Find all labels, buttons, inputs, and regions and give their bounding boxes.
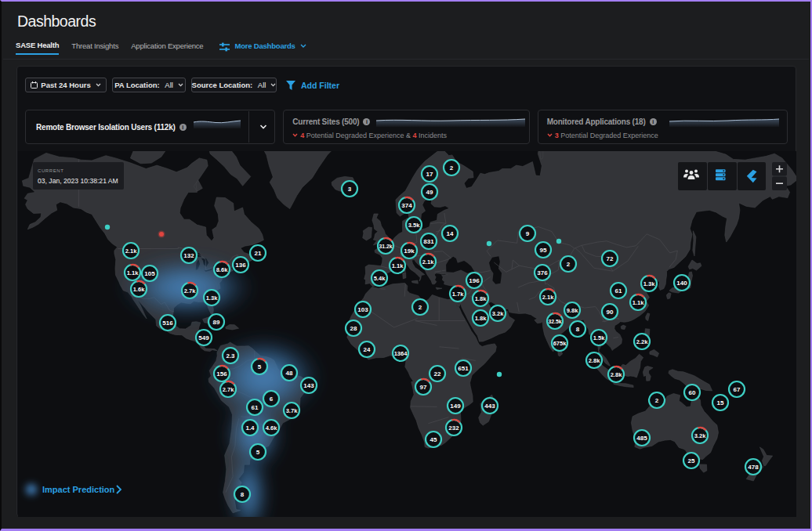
svg-text:1.1k: 1.1k bbox=[392, 262, 404, 269]
svg-text:1.8k: 1.8k bbox=[475, 295, 487, 302]
svg-text:90: 90 bbox=[607, 309, 614, 316]
svg-text:2.7k: 2.7k bbox=[223, 386, 234, 393]
svg-text:6: 6 bbox=[270, 396, 274, 403]
svg-text:2.8k: 2.8k bbox=[611, 371, 622, 378]
svg-text:28: 28 bbox=[350, 325, 357, 332]
svg-text:1.1k: 1.1k bbox=[633, 299, 644, 306]
svg-text:89: 89 bbox=[213, 319, 220, 326]
svg-text:2.2k: 2.2k bbox=[636, 338, 648, 345]
svg-text:19k: 19k bbox=[404, 247, 415, 255]
svg-text:3.2k: 3.2k bbox=[694, 432, 706, 439]
svg-text:CURRENT: CURRENT bbox=[38, 168, 64, 173]
svg-text:9.8k: 9.8k bbox=[567, 307, 578, 314]
svg-text:2: 2 bbox=[567, 261, 571, 268]
svg-text:67: 67 bbox=[734, 386, 741, 393]
svg-text:374: 374 bbox=[401, 202, 412, 209]
svg-text:45: 45 bbox=[430, 436, 437, 443]
svg-text:48: 48 bbox=[286, 370, 293, 377]
svg-text:9: 9 bbox=[526, 230, 530, 237]
svg-text:3.2k: 3.2k bbox=[492, 310, 504, 317]
svg-text:8: 8 bbox=[576, 326, 580, 333]
svg-text:31.2k: 31.2k bbox=[379, 244, 392, 249]
svg-text:105: 105 bbox=[144, 270, 155, 277]
svg-text:1.6k: 1.6k bbox=[133, 286, 145, 293]
svg-text:25: 25 bbox=[688, 457, 695, 464]
svg-text:24: 24 bbox=[364, 346, 371, 353]
svg-text:3: 3 bbox=[348, 186, 352, 193]
svg-text:32.5k: 32.5k bbox=[548, 319, 561, 324]
svg-text:8.6k: 8.6k bbox=[216, 266, 228, 273]
svg-text:03, Jan, 2023 10:38:21 AM: 03, Jan, 2023 10:38:21 AM bbox=[38, 177, 118, 185]
svg-text:149: 149 bbox=[450, 403, 461, 410]
svg-text:478: 478 bbox=[748, 464, 759, 471]
svg-text:196: 196 bbox=[469, 277, 480, 284]
svg-text:2.1k: 2.1k bbox=[422, 258, 434, 266]
svg-text:2: 2 bbox=[419, 304, 422, 311]
svg-text:156: 156 bbox=[216, 370, 227, 377]
svg-text:61: 61 bbox=[615, 287, 622, 294]
svg-text:1.8k: 1.8k bbox=[475, 315, 487, 322]
svg-text:1.1k: 1.1k bbox=[127, 269, 139, 276]
svg-text:516: 516 bbox=[162, 320, 173, 327]
svg-text:Impact Prediction: Impact Prediction bbox=[42, 485, 115, 494]
svg-text:549: 549 bbox=[198, 334, 209, 341]
svg-text:17: 17 bbox=[426, 171, 433, 178]
svg-text:136: 136 bbox=[235, 262, 246, 269]
svg-text:60: 60 bbox=[689, 389, 696, 396]
svg-text:1.5k: 1.5k bbox=[593, 334, 605, 341]
svg-text:95: 95 bbox=[540, 247, 547, 254]
svg-text:485: 485 bbox=[636, 435, 647, 442]
svg-text:3.5k: 3.5k bbox=[408, 222, 420, 229]
svg-text:21: 21 bbox=[255, 250, 262, 257]
svg-text:49: 49 bbox=[426, 189, 433, 196]
svg-text:831: 831 bbox=[423, 238, 434, 245]
svg-text:5: 5 bbox=[258, 363, 262, 370]
svg-text:675k: 675k bbox=[553, 340, 567, 347]
svg-text:143: 143 bbox=[303, 382, 314, 389]
svg-text:132: 132 bbox=[183, 252, 194, 259]
svg-text:1.4: 1.4 bbox=[245, 424, 255, 432]
svg-text:376: 376 bbox=[537, 269, 548, 276]
svg-text:3.7k: 3.7k bbox=[286, 407, 298, 414]
svg-text:2.7k: 2.7k bbox=[184, 287, 196, 294]
svg-text:72: 72 bbox=[607, 255, 614, 262]
svg-text:1.3k: 1.3k bbox=[643, 280, 655, 287]
svg-text:103: 103 bbox=[357, 306, 368, 313]
svg-text:2.8k: 2.8k bbox=[589, 357, 600, 364]
svg-text:1364: 1364 bbox=[394, 350, 408, 357]
svg-text:443: 443 bbox=[484, 403, 495, 410]
svg-text:5.4k: 5.4k bbox=[374, 275, 386, 282]
svg-text:22: 22 bbox=[434, 370, 441, 377]
svg-text:14: 14 bbox=[447, 230, 454, 237]
svg-text:15: 15 bbox=[717, 399, 724, 406]
svg-text:140: 140 bbox=[676, 280, 687, 287]
svg-text:1.7k: 1.7k bbox=[452, 291, 464, 298]
svg-text:2: 2 bbox=[655, 397, 659, 404]
svg-text:1.3k: 1.3k bbox=[206, 294, 218, 302]
svg-text:2.3: 2.3 bbox=[226, 352, 235, 359]
svg-text:61: 61 bbox=[252, 404, 259, 411]
svg-text:5: 5 bbox=[256, 449, 260, 456]
svg-text:2.1k: 2.1k bbox=[542, 294, 554, 301]
svg-text:2.1k: 2.1k bbox=[125, 247, 137, 255]
svg-text:97: 97 bbox=[420, 384, 427, 391]
svg-text:4.6k: 4.6k bbox=[266, 424, 277, 432]
svg-text:2: 2 bbox=[450, 164, 454, 172]
svg-text:232: 232 bbox=[448, 424, 459, 432]
svg-text:8: 8 bbox=[241, 491, 245, 498]
svg-text:651: 651 bbox=[458, 365, 469, 372]
